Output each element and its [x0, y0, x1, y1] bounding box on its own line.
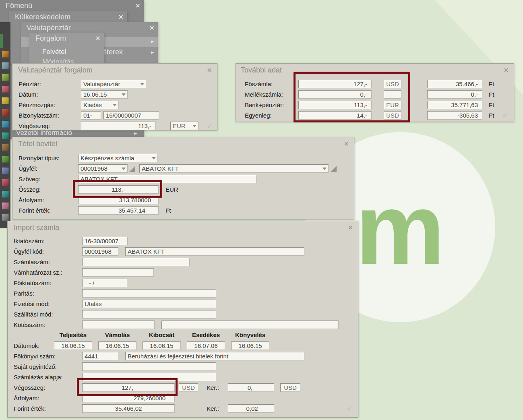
foszamla-huf-field[interactable]: 35.466,-: [427, 80, 482, 88]
toolbar-icon-07[interactable]: [2, 120, 9, 128]
foszamla-currency-field[interactable]: USD: [384, 80, 401, 88]
bizonylatszam-field[interactable]: 16/00000007: [103, 111, 159, 120]
toolbar-icon-02[interactable]: [2, 62, 9, 69]
mellekszamla-amount: 0,-: [360, 91, 367, 98]
chevron-down-icon[interactable]: [113, 104, 117, 106]
toolbar-icon-14[interactable]: [2, 202, 9, 209]
egyenleg-huf-field[interactable]: -305,63: [427, 111, 482, 120]
bizonylatszam-prefix-field[interactable]: 01-: [81, 111, 101, 120]
szamlaszam-field[interactable]: [82, 258, 190, 266]
vegosszeg-field[interactable]: 113,-: [81, 122, 156, 130]
datum-konyveles-field[interactable]: 16.06.15: [231, 341, 269, 350]
osszeg-field[interactable]: 113,-: [78, 185, 159, 194]
mellekszamla-currency-field[interactable]: [384, 90, 401, 99]
datum-select[interactable]: 16.06.15: [81, 90, 128, 99]
arfolyam-field[interactable]: 313,780000: [78, 196, 159, 204]
toolbar-icon-08[interactable]: [2, 132, 9, 139]
ugyfel-nev-field[interactable]: ABATOX KFT: [125, 247, 304, 256]
chevron-down-icon[interactable]: [322, 168, 327, 170]
confirm-check-icon[interactable]: ✓: [346, 404, 352, 413]
datum-teljesites: 16.06.15: [61, 342, 85, 349]
datum-vamolas: 16.06.15: [105, 342, 129, 349]
fokonyvi-szam-field[interactable]: 4441: [82, 352, 118, 360]
close-icon[interactable]: ✕: [207, 66, 212, 74]
iktatoszam-field[interactable]: 16-30/00007: [82, 237, 128, 245]
bankpenztar-huf-field[interactable]: 35.771,63: [427, 101, 482, 109]
arfolyam-value: 279,260000: [134, 395, 165, 401]
confirm-check-icon[interactable]: ✓: [207, 122, 213, 130]
vegosszeg-field[interactable]: 127,-: [82, 383, 175, 392]
datum-esedekes-field[interactable]: 16.07.06: [187, 341, 225, 350]
close-icon[interactable]: ✕: [344, 140, 349, 148]
toolbar-icon-06[interactable]: [2, 109, 9, 116]
close-icon[interactable]: ✕: [135, 2, 141, 10]
szamlazas-alapja-field[interactable]: [82, 373, 216, 381]
chevron-down-icon[interactable]: [122, 168, 126, 170]
close-icon[interactable]: ✕: [348, 224, 353, 232]
vamhatarozat-field[interactable]: [82, 268, 154, 277]
lookup-corner-icon[interactable]: [331, 166, 337, 172]
close-icon[interactable]: ✕: [504, 66, 509, 74]
toolbar-icon-01[interactable]: [2, 50, 9, 58]
penztar-select[interactable]: Valutapénztár: [81, 80, 146, 88]
vegosszeg-currency-field[interactable]: USD: [179, 383, 198, 392]
ker-currency-field[interactable]: USD: [280, 383, 300, 392]
penztar-label: Pénztár:: [19, 81, 41, 87]
foiktatoszam-field[interactable]: - /: [82, 279, 127, 287]
menu-item-felvetel[interactable]: Felvétel: [42, 48, 66, 56]
currency-select[interactable]: EUR: [170, 122, 198, 130]
szoveg-field[interactable]: ABATOX KFT: [78, 175, 256, 183]
foszamla-amount-field[interactable]: 127,-: [298, 80, 372, 88]
close-icon[interactable]: ✕: [95, 35, 101, 42]
datum-vamolas-field[interactable]: 16.06.15: [98, 341, 136, 350]
close-icon[interactable]: ✕: [118, 13, 124, 21]
toolbar-icon-03[interactable]: [2, 74, 9, 81]
forint-ertek-field[interactable]: 35.457,14: [78, 206, 159, 215]
ugyfel-kod-field[interactable]: 00001968: [82, 247, 118, 256]
datum-kibocsat-field[interactable]: 16.06.15: [143, 341, 181, 350]
toolbar-icon-10[interactable]: [2, 155, 9, 163]
szamlazas-alapja-label: Számlázás alapja:: [14, 374, 63, 381]
menu-title-valutapenztar: Valutapénztár: [27, 24, 71, 32]
datum-teljesites-field[interactable]: 16.06.15: [54, 341, 92, 350]
bizonylat-tipus-label: Bizonylat típus:: [19, 155, 60, 161]
mellekszamla-amount-field[interactable]: 0,-: [298, 90, 372, 99]
chevron-down-icon[interactable]: [152, 157, 156, 159]
bizonylat-tipus-select[interactable]: Készpénzes számla: [78, 154, 158, 162]
toolbar-icon-15[interactable]: [2, 214, 9, 221]
chevron-down-icon[interactable]: [122, 93, 126, 96]
toolbar-icon-11[interactable]: [2, 167, 9, 174]
chevron-down-icon[interactable]: [140, 83, 144, 85]
ker2-field[interactable]: -0,02: [228, 404, 274, 413]
toolbar-icon-04[interactable]: [2, 85, 9, 93]
kotesszam-field-2[interactable]: [161, 321, 339, 329]
egyenleg-amount-field[interactable]: 14,-: [298, 111, 372, 120]
kotesszam-field-1[interactable]: [82, 321, 155, 329]
toolbar-icon-13[interactable]: [2, 190, 9, 198]
penzmozgas-value: Kiadás: [83, 101, 102, 108]
ker-field[interactable]: 0,-: [228, 383, 274, 392]
toolbar-icon-09[interactable]: [2, 144, 9, 151]
confirm-check-icon[interactable]: ✓: [502, 111, 508, 120]
fizetesi-mod-field[interactable]: Utalás: [82, 300, 216, 308]
lookup-corner-icon[interactable]: [129, 166, 135, 172]
mellekszamla-huf-field[interactable]: 0,-: [427, 90, 482, 99]
toolbar-icon-12[interactable]: [2, 179, 9, 186]
chevron-down-icon[interactable]: [192, 125, 196, 127]
toolbar-icon-05[interactable]: [2, 97, 9, 104]
arfolyam-field[interactable]: 279,260000: [82, 394, 175, 402]
ugyfel-name-select[interactable]: ABATOX KFT: [139, 164, 329, 173]
bankpenztar-amount-field[interactable]: 113,-: [298, 101, 372, 109]
ker2-value: -0,02: [244, 405, 258, 412]
egyenleg-currency-field[interactable]: USD: [384, 111, 401, 120]
sajat-ugyintezo-field[interactable]: [82, 362, 216, 371]
penzmozgas-select[interactable]: Kiadás: [81, 101, 119, 109]
forint-ertek-field[interactable]: 35.466,02: [82, 404, 175, 413]
bankpenztar-currency-field[interactable]: EUR: [384, 101, 401, 109]
mellekszamla-unit: Ft: [489, 91, 494, 98]
fokonyvi-nev-field[interactable]: Beruházási és fejlesztési hitelek forint: [125, 352, 304, 360]
szallitasi-mod-field[interactable]: [82, 310, 216, 319]
paritas-field[interactable]: [82, 289, 216, 298]
ugyfel-code-select[interactable]: 00001968: [78, 164, 128, 173]
close-icon[interactable]: ✕: [149, 24, 155, 32]
